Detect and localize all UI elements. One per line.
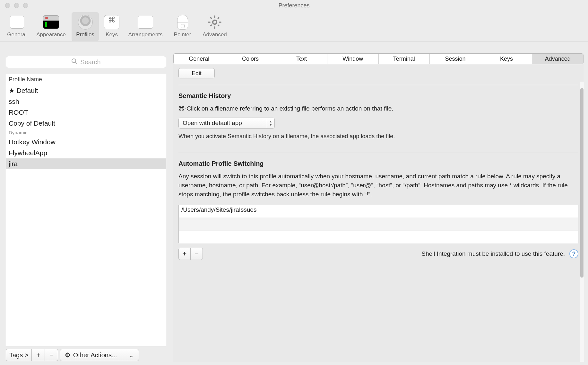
svg-point-10: [72, 59, 76, 63]
divider: [178, 153, 578, 153]
profile-row[interactable]: ★ Default: [6, 85, 166, 96]
scrollbar-thumb[interactable]: [580, 88, 584, 278]
other-actions-button[interactable]: ⚙ Other Actions... ⌄: [60, 349, 139, 361]
semantic-history-value: Open with default app: [183, 120, 242, 127]
svg-point-9: [213, 21, 216, 23]
semantic-history-title: Semantic History: [178, 92, 578, 100]
preferences-toolbar: General Appearance Profiles ⌘ Keys Arran…: [0, 11, 588, 41]
profile-row[interactable]: Hotkey Window: [6, 137, 166, 147]
toolbar-keys-label: Keys: [103, 31, 121, 38]
rule-row[interactable]: [179, 231, 578, 244]
divider: [178, 85, 578, 85]
toolbar-arrangements-label: Arrangements: [126, 31, 165, 38]
add-rule-button[interactable]: +: [178, 248, 191, 260]
tab-session[interactable]: Session: [430, 54, 481, 64]
profile-row[interactable]: FlywheelApp: [6, 147, 166, 158]
tab-general[interactable]: General: [174, 54, 225, 64]
arrangements-icon: [138, 16, 153, 29]
tab-keys[interactable]: Keys: [481, 54, 532, 64]
profile-tab-bar: GeneralColorsTextWindowTerminalSessionKe…: [173, 53, 584, 64]
search-icon: [71, 58, 78, 66]
auto-switching-title: Automatic Profile Switching: [178, 160, 578, 167]
keys-icon: ⌘: [104, 15, 119, 29]
svg-rect-6: [217, 24, 220, 27]
select-stepper-icon: ▲▼: [267, 118, 274, 128]
semantic-history-select[interactable]: Open with default app ▲▼: [178, 118, 275, 129]
svg-rect-4: [219, 22, 221, 23]
scroll-gutter: [159, 74, 166, 85]
toolbar-advanced[interactable]: Advanced: [199, 12, 231, 41]
svg-rect-8: [210, 24, 212, 27]
toolbar-appearance-label: Appearance: [34, 31, 68, 38]
switching-rules-list[interactable]: /Users/andy/Sites/jiraIssues: [178, 205, 578, 243]
profiles-icon: [78, 15, 93, 30]
svg-rect-1: [214, 15, 215, 18]
toolbar-profiles[interactable]: Profiles: [72, 12, 99, 41]
toolbar-appearance[interactable]: Appearance: [33, 12, 69, 41]
toolbar-pointer-label: Pointer: [170, 31, 195, 38]
toolbar-keys[interactable]: ⌘ Keys: [101, 12, 122, 41]
window-title: Preferences: [0, 2, 588, 9]
titlebar: Preferences: [0, 0, 588, 11]
rule-row[interactable]: [179, 218, 578, 231]
toolbar-pointer[interactable]: Pointer: [169, 12, 196, 41]
advanced-icon: [200, 14, 229, 30]
general-icon: [10, 16, 24, 29]
toolbar-arrangements[interactable]: Arrangements: [125, 12, 166, 41]
tab-terminal[interactable]: Terminal: [379, 54, 430, 64]
semantic-history-hint: When you activate Semantic History on a …: [178, 133, 578, 140]
profile-row[interactable]: ROOT: [6, 107, 166, 118]
profile-search-input[interactable]: Search: [6, 56, 166, 68]
add-profile-button[interactable]: +: [32, 349, 45, 361]
profile-row[interactable]: Dynamic: [6, 129, 166, 137]
profile-name-column: Profile Name: [9, 76, 159, 83]
shell-integration-note: Shell Integration must be installed to u…: [421, 250, 565, 257]
edit-button[interactable]: Edit: [178, 68, 215, 78]
remove-profile-button[interactable]: −: [45, 349, 58, 361]
chevron-down-icon: ⌄: [129, 351, 134, 359]
profile-detail-panel: GeneralColorsTextWindowTerminalSessionKe…: [170, 50, 588, 365]
svg-rect-7: [217, 17, 220, 19]
rule-row[interactable]: /Users/andy/Sites/jiraIssues: [179, 205, 578, 218]
svg-line-11: [75, 62, 77, 64]
profile-list: Profile Name ★ DefaultsshROOTCopy of Def…: [6, 74, 166, 346]
profile-row[interactable]: jira: [6, 158, 166, 169]
tab-colors[interactable]: Colors: [225, 54, 276, 64]
appearance-icon: [43, 15, 59, 29]
profiles-sidebar: Search Profile Name ★ DefaultsshROOTCopy…: [0, 50, 170, 365]
auto-switching-desc: Any session will switch to this profile …: [178, 172, 578, 199]
pointer-icon: [177, 15, 188, 30]
toolbar-profiles-label: Profiles: [73, 31, 98, 38]
search-placeholder: Search: [80, 58, 100, 66]
other-actions-label: Other Actions...: [73, 352, 117, 359]
svg-rect-5: [210, 17, 212, 19]
svg-rect-2: [214, 26, 215, 29]
tab-advanced[interactable]: Advanced: [532, 54, 583, 64]
remove-rule-button[interactable]: −: [191, 248, 203, 260]
toolbar-general-label: General: [4, 31, 29, 38]
profile-list-header[interactable]: Profile Name: [6, 74, 166, 85]
toolbar-advanced-label: Advanced: [200, 31, 229, 38]
tab-text[interactable]: Text: [276, 54, 327, 64]
semantic-history-desc: ⌘-Click on a filename referring to an ex…: [178, 104, 578, 113]
profile-row[interactable]: Copy of Default: [6, 118, 166, 129]
scrollbar[interactable]: [580, 82, 584, 362]
gear-icon: ⚙: [65, 351, 71, 359]
help-button[interactable]: ?: [569, 249, 578, 258]
profile-actions-bar: Tags > + − ⚙ Other Actions... ⌄: [6, 349, 166, 361]
toolbar-general[interactable]: General: [3, 12, 30, 41]
tab-window[interactable]: Window: [327, 54, 379, 64]
svg-rect-3: [208, 22, 210, 23]
profile-row[interactable]: ssh: [6, 96, 166, 107]
tags-button[interactable]: Tags >: [6, 349, 32, 361]
